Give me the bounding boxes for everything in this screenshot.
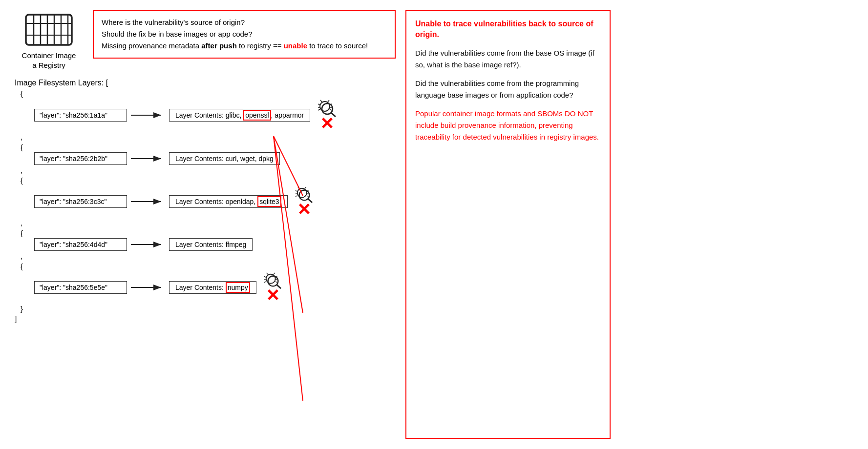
left-section: Container Image a Registry Where is the … bbox=[15, 10, 396, 439]
arrow-4 bbox=[131, 240, 165, 249]
callout-line1: Where is the vulnerability's source of o… bbox=[102, 17, 387, 28]
x-mark-1: ✕ bbox=[320, 115, 334, 132]
svg-line-16 bbox=[318, 109, 320, 110]
layer-entry-5: "layer": "sha256:5e5e" Layer Contents: n… bbox=[34, 271, 396, 304]
arrow-3 bbox=[131, 197, 165, 206]
vuln-indicator-5: ✕ bbox=[263, 271, 282, 304]
arrow-2 bbox=[131, 154, 165, 163]
svg-line-19 bbox=[330, 109, 332, 110]
layer-group-3: { "layer": "sha256:3c3c" Layer Contents:… bbox=[21, 176, 396, 227]
layers-wrapper: Image Filesystem Layers: [ { "layer": "s… bbox=[15, 79, 396, 324]
callout-line3: Missing provenance metadata after push t… bbox=[102, 40, 387, 52]
brace-close-5: } bbox=[21, 305, 396, 313]
highlight-sqlite3: sqlite3 bbox=[257, 196, 281, 207]
layer-contents-2: Layer Contents: curl, wget, dpkg bbox=[169, 152, 280, 165]
x-mark-5: ✕ bbox=[266, 287, 279, 304]
svg-line-31 bbox=[296, 196, 297, 197]
vuln-indicator-3: ✕ bbox=[295, 185, 313, 218]
brace-close-4: , bbox=[21, 252, 396, 260]
main-container: Container Image a Registry Where is the … bbox=[0, 0, 868, 449]
callout-line2: Should the fix be in base images or app … bbox=[102, 28, 387, 40]
icon-label-block: Container Image a Registry bbox=[15, 10, 83, 70]
layer-hash-2: "layer": "sha256:2b2b" bbox=[34, 152, 127, 165]
brace-open-1: { bbox=[21, 89, 396, 98]
svg-line-42 bbox=[266, 273, 268, 275]
highlight-openssl: openssl bbox=[243, 110, 271, 121]
svg-line-29 bbox=[296, 190, 297, 191]
brace-close-3: , bbox=[21, 219, 396, 227]
layer-hash-4: "layer": "sha256:4d4d" bbox=[34, 238, 127, 251]
layer-hash-5: "layer": "sha256:5e5e" bbox=[34, 281, 127, 294]
svg-line-44 bbox=[264, 276, 266, 277]
callout-box: Where is the vulnerability's source of o… bbox=[93, 10, 396, 59]
x-mark-3: ✕ bbox=[297, 201, 311, 218]
vuln-indicator-1: ✕ bbox=[317, 99, 337, 132]
layer-contents-3: Layer Contents: openldap, sqlite3 bbox=[169, 195, 288, 208]
layers-title: Image Filesystem Layers: [ bbox=[15, 79, 396, 87]
icon-label: Container Image a Registry bbox=[22, 51, 76, 70]
layer-entry-1: "layer": "sha256:1a1a" Layer Contents: g… bbox=[34, 99, 396, 132]
layer-hash-3: "layer": "sha256:3c3c" bbox=[34, 195, 127, 208]
svg-line-28 bbox=[304, 187, 306, 189]
right-panel: Unable to trace vulnerabilities back to … bbox=[405, 10, 611, 439]
svg-rect-0 bbox=[26, 15, 72, 45]
layer-entry-2: "layer": "sha256:2b2b" Layer Contents: c… bbox=[34, 152, 396, 165]
layer-entry-4: "layer": "sha256:4d4d" Layer Contents: f… bbox=[34, 238, 396, 251]
right-panel-title: Unable to trace vulnerabilities back to … bbox=[415, 19, 601, 41]
svg-line-13 bbox=[328, 100, 329, 102]
layer-group-2: { "layer": "sha256:2b2b" Layer Contents:… bbox=[21, 143, 396, 174]
svg-line-27 bbox=[297, 187, 299, 189]
top-area: Container Image a Registry Where is the … bbox=[15, 10, 396, 70]
brace-open-4: { bbox=[21, 229, 396, 237]
arrow-1 bbox=[131, 110, 165, 120]
svg-line-49 bbox=[275, 282, 277, 283]
svg-point-35 bbox=[299, 190, 309, 200]
svg-line-43 bbox=[274, 273, 275, 275]
right-panel-para3: Popular container image formats and SBOM… bbox=[415, 108, 601, 143]
layers-close-bracket: ] bbox=[15, 315, 396, 324]
layer-contents-4: Layer Contents: ffmpeg bbox=[169, 238, 253, 251]
right-panel-para2: Did the vulnerabilities come from the pr… bbox=[415, 78, 601, 101]
layer-group-4: { "layer": "sha256:4d4d" Layer Contents:… bbox=[21, 229, 396, 260]
layer-contents-1: Layer Contents: glibc, openssl, apparmor bbox=[169, 109, 310, 122]
arrow-5 bbox=[131, 283, 165, 292]
brace-close-2: , bbox=[21, 166, 396, 174]
right-panel-para1: Did the vulnerabilities come from the ba… bbox=[415, 47, 601, 71]
layer-contents-5: Layer Contents: numpy bbox=[169, 281, 256, 294]
layer-group-1: { "layer": "sha256:1a1a" Layer Contents:… bbox=[21, 89, 396, 141]
svg-point-50 bbox=[268, 276, 278, 286]
svg-line-12 bbox=[320, 100, 322, 102]
brace-open-5: { bbox=[21, 262, 396, 270]
highlight-numpy: numpy bbox=[226, 282, 250, 293]
svg-line-14 bbox=[318, 104, 320, 105]
brace-open-3: { bbox=[21, 176, 396, 184]
layer-entry-3: "layer": "sha256:3c3c" Layer Contents: o… bbox=[34, 185, 396, 218]
brace-open-2: { bbox=[21, 143, 396, 151]
svg-point-20 bbox=[322, 103, 333, 114]
container-registry-icon bbox=[22, 10, 76, 49]
layer-hash-1: "layer": "sha256:1a1a" bbox=[34, 109, 127, 122]
layer-group-5: { "layer": "sha256:5e5e" Layer Contents:… bbox=[21, 262, 396, 313]
brace-close-1: , bbox=[21, 133, 396, 141]
svg-line-46 bbox=[264, 282, 266, 283]
svg-line-34 bbox=[306, 196, 308, 197]
